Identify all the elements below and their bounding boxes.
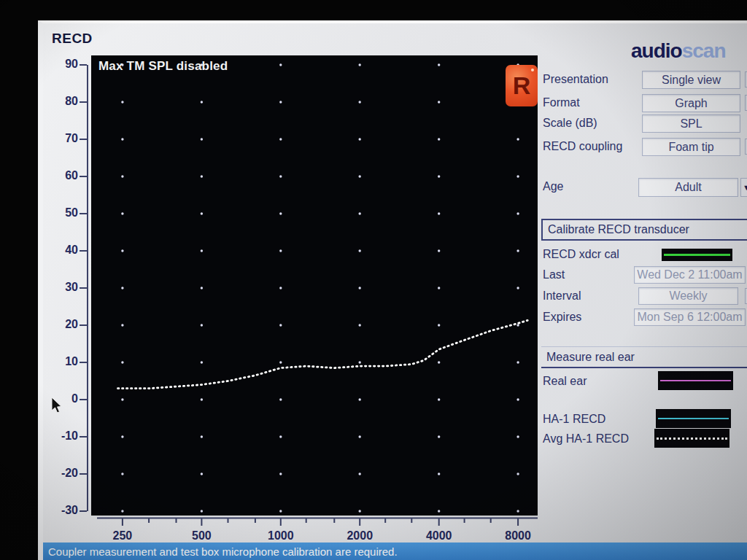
y-tick-mark: [80, 250, 87, 252]
grid-dot: [121, 101, 123, 103]
expires-value: Mon Sep 6 12:00am: [634, 308, 746, 326]
y-tick-label: 60: [44, 169, 78, 182]
recd-coupling-select[interactable]: Foam tip: [642, 138, 740, 156]
grid-dot: [438, 249, 440, 252]
age-dropdown-button[interactable]: ▼: [740, 178, 747, 197]
grid-dot: [279, 324, 282, 326]
avg-ha1-recd-line: [657, 438, 727, 440]
grid-dot: [279, 63, 282, 66]
grid-dot: [201, 249, 203, 252]
grid-dot: [201, 175, 203, 177]
y-tick-label: 80: [44, 95, 78, 108]
settings-panel: Presentation Single view Format Graph Sc…: [536, 23, 747, 560]
y-tick-mark: [80, 473, 87, 475]
recd-xdcr-cal-label: RECD xdcr cal: [543, 248, 619, 261]
grid-dot: [359, 324, 361, 326]
grid-dot: [359, 175, 361, 177]
age-select[interactable]: Adult: [638, 178, 738, 197]
grid-dot: [359, 435, 361, 438]
y-tick-mark: [80, 64, 87, 66]
y-tick-mark: [80, 287, 87, 289]
y-tick-mark: [80, 362, 87, 363]
y-tick-mark: [80, 399, 87, 400]
y-tick-mark: [80, 213, 87, 214]
chart-canvas: [91, 55, 538, 516]
grid-dot: [201, 212, 203, 214]
grid-dot: [359, 472, 361, 475]
grid-dot: [516, 212, 519, 214]
grid-dot: [201, 361, 203, 363]
grid-dot: [201, 101, 203, 103]
interval-select[interactable]: Weekly: [638, 287, 738, 305]
grid-dot: [516, 472, 519, 475]
grid-dot: [279, 435, 282, 438]
presentation-select[interactable]: Single view: [642, 71, 740, 89]
last-value: Wed Dec 2 11:00am: [634, 266, 746, 284]
grid-dot: [438, 472, 440, 475]
grid-dot: [121, 287, 123, 289]
grid-dot: [438, 287, 440, 289]
grid-dot: [359, 398, 361, 400]
grid-dot: [121, 435, 123, 438]
y-tick-label: -30: [44, 504, 78, 517]
x-tick-label: 500: [176, 529, 227, 542]
scale-select[interactable]: SPL: [642, 114, 740, 133]
recd-chart: Max TM SPL disabled R: [91, 55, 538, 516]
x-tick-label: 4000: [414, 529, 465, 542]
grid-dot: [201, 435, 203, 438]
page-title: RECD: [52, 31, 93, 47]
grid-dot: [201, 510, 203, 512]
grid-dot: [121, 249, 123, 252]
x-tick-label: 250: [97, 529, 148, 542]
grid-dot: [438, 63, 440, 66]
ha1-recd-line: [658, 418, 729, 420]
grid-dot: [516, 398, 519, 400]
grid-dot: [438, 101, 440, 103]
format-select[interactable]: Graph: [642, 94, 740, 112]
y-tick-label: 50: [44, 206, 78, 219]
real-ear-line: [660, 380, 731, 382]
y-axis-line: [87, 65, 88, 511]
real-ear-label: Real ear: [543, 375, 587, 388]
ha1-recd-label: HA-1 RECD: [543, 413, 605, 426]
grid-dot: [279, 175, 282, 177]
avg-ha1-recd-swatch: [654, 429, 729, 448]
grid-dot: [516, 249, 519, 252]
grid-dot: [121, 472, 123, 475]
grid-dot: [279, 361, 282, 363]
y-tick-mark: [80, 510, 87, 512]
grid-dot: [279, 101, 282, 103]
grid-dot: [201, 287, 203, 289]
recd-coupling-label: RECD coupling: [543, 140, 622, 153]
y-tick-label: 40: [44, 244, 78, 257]
grid-dot: [438, 510, 440, 512]
y-tick-label: 20: [44, 318, 78, 331]
grid-dot: [516, 138, 519, 140]
grid-dot: [201, 398, 203, 400]
chart-overlay-message: Max TM SPL disabled: [98, 59, 228, 74]
app-screen: RECD audioscan 9080706050403020100-10-20…: [38, 20, 747, 560]
grid-dot: [359, 212, 361, 214]
calibrate-section-header[interactable]: Calibrate RECD transducer: [541, 219, 747, 241]
green-cal-line: [664, 254, 730, 256]
chevron-down-icon: ▼: [743, 183, 747, 192]
grid-dot: [279, 398, 282, 400]
grid-dot: [201, 472, 203, 475]
right-ear-badge[interactable]: R: [506, 65, 538, 106]
series-avg-ha-1-recd: [118, 320, 528, 388]
grid-dot: [121, 138, 123, 140]
grid-dot: [121, 361, 123, 363]
measure-section-header[interactable]: Measure real ear: [541, 346, 747, 368]
grid-dot: [359, 510, 361, 512]
grid-dot: [438, 398, 440, 400]
y-tick-label: 30: [44, 281, 78, 294]
y-tick-mark: [80, 101, 87, 103]
grid-dot: [438, 175, 440, 177]
y-axis: 9080706050403020100-10-20-30: [43, 55, 91, 516]
grid-dot: [359, 361, 361, 363]
grid-dot: [279, 472, 282, 475]
y-tick-label: 10: [44, 355, 78, 368]
status-message: Coupler measurement and test box microph…: [48, 545, 398, 558]
grid-dot: [516, 361, 519, 363]
real-ear-swatch: [658, 371, 733, 390]
